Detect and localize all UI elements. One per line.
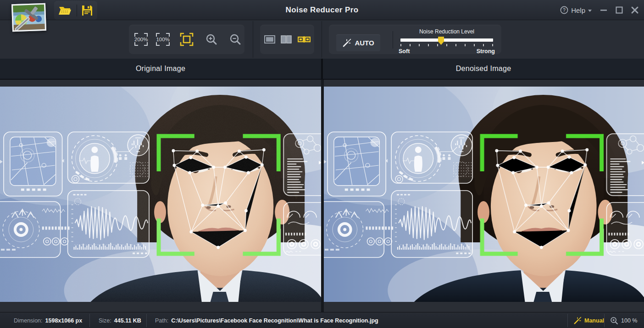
divider	[89, 314, 90, 327]
single-view-icon	[264, 35, 275, 44]
noise-slider-label: Noise Reduction Level	[399, 28, 495, 35]
maximize-icon	[615, 6, 623, 14]
noise-slider: Noise Reduction Level Soft Strong	[399, 28, 495, 56]
split-view-button[interactable]	[279, 35, 294, 44]
divider	[567, 314, 568, 327]
status-bar: Dimension: 1598x1066 px Size: 445.11 KB …	[0, 312, 644, 328]
zoom-in-icon	[205, 33, 217, 45]
manual-button[interactable]: Manual	[573, 312, 604, 328]
chevron-down-icon	[588, 10, 592, 12]
dimension-value: 1598x1066 px	[45, 317, 83, 324]
path-value: C:\Users\Pictures\Facebook Face Recognit…	[171, 317, 378, 324]
fit-to-screen-icon	[180, 33, 194, 46]
split-view-icon	[281, 35, 292, 44]
divider	[146, 314, 147, 327]
maximize-button[interactable]	[614, 5, 625, 16]
denoised-image-pane[interactable]	[324, 80, 644, 312]
help-menu[interactable]: ? Help	[560, 0, 592, 20]
zoom-preset-100-button[interactable]: 100%	[156, 33, 169, 46]
size-label: Size:	[99, 317, 111, 324]
zoom-preset-100-label: 100%	[156, 37, 169, 42]
minimize-button[interactable]	[598, 5, 609, 16]
noise-slider-min-label: Soft	[399, 48, 410, 55]
pane-headers: Original Image Denoised Image	[0, 59, 644, 80]
divider	[604, 314, 605, 327]
zoom-tools-group: 200% 100%	[129, 25, 244, 54]
minimize-icon	[600, 6, 608, 14]
compare-view-icon	[298, 36, 311, 43]
noise-reduction-group: AUTO Noise Reduction Level Soft Strong	[329, 25, 501, 54]
app-window: Noise Reducer Pro ? Help	[0, 0, 644, 328]
window-controls	[598, 0, 640, 20]
divider	[253, 21, 253, 58]
view-mode-group	[260, 25, 314, 54]
title-bar: Noise Reducer Pro ? Help	[0, 0, 644, 20]
zoom-indicator-value: 100 %	[621, 317, 637, 324]
help-icon: ?	[560, 6, 568, 14]
zoom-in-icon	[610, 317, 618, 325]
size-value: 445.11 KB	[114, 317, 141, 324]
toolbar: 200% 100%	[0, 20, 644, 59]
noise-slider-max-label: Strong	[477, 48, 495, 55]
zoom-out-icon	[229, 33, 241, 45]
path-label: Path:	[155, 317, 168, 324]
fit-to-screen-button[interactable]	[178, 33, 195, 46]
app-logo-art	[13, 5, 45, 30]
auto-button-label: AUTO	[355, 39, 374, 47]
help-label: Help	[571, 6, 585, 14]
manual-button-label: Manual	[584, 317, 604, 324]
original-pane-title: Original Image	[0, 59, 321, 79]
size-status: Size: 445.11 KB	[99, 312, 141, 328]
zoom-indicator[interactable]: 100 %	[610, 312, 637, 328]
auto-button[interactable]: AUTO	[336, 34, 380, 51]
noise-slider-ticks	[400, 44, 493, 47]
noise-slider-track[interactable]	[400, 38, 493, 42]
compare-view-button[interactable]	[296, 36, 312, 43]
app-logo	[11, 3, 46, 32]
svg-text:?: ?	[563, 7, 566, 13]
zoom-preset-200-label: 200%	[134, 37, 148, 42]
divider	[322, 21, 322, 58]
close-button[interactable]	[629, 5, 640, 16]
original-photo-preview	[0, 87, 321, 302]
original-image-pane[interactable]	[0, 80, 321, 312]
denoised-pane-title: Denoised Image	[323, 59, 644, 79]
denoised-photo-preview	[324, 87, 644, 302]
magic-wand-icon	[573, 317, 582, 325]
noise-grain-overlay	[0, 87, 321, 302]
zoom-preset-200-button[interactable]: 200%	[134, 33, 148, 46]
single-view-button[interactable]	[262, 35, 277, 44]
path-status: Path: C:\Users\Pictures\Facebook Face Re…	[155, 312, 378, 328]
window-title: Noise Reducer Pro	[0, 0, 644, 20]
zoom-out-button[interactable]	[228, 33, 243, 45]
zoom-in-button[interactable]	[204, 33, 219, 45]
close-icon	[631, 6, 639, 14]
dimension-status: Dimension: 1598x1066 px	[14, 312, 82, 328]
magic-wand-icon	[342, 38, 351, 48]
image-compare-area	[0, 80, 644, 312]
divider	[393, 31, 393, 49]
dimension-label: Dimension:	[14, 317, 43, 324]
